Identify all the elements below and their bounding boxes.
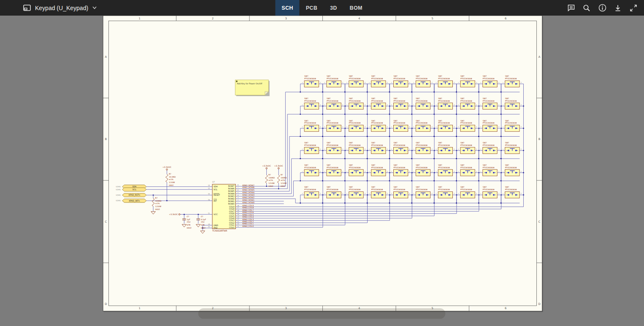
switch-contact <box>441 172 442 173</box>
tab-3d[interactable]: 3D <box>324 0 344 16</box>
toolbar-actions <box>566 0 639 16</box>
document-selector[interactable]: Keypad (U_Keypad) <box>0 5 97 11</box>
top-bar: Keypad (U_Keypad) SCHPCB3DBOM <box>0 0 644 16</box>
zone-column-label: 6 <box>505 17 506 20</box>
switch-pin-number: 1 <box>302 82 303 84</box>
junction-dot <box>411 92 412 93</box>
switch-contact <box>471 105 472 107</box>
switch-pin-number: 2 <box>521 171 522 172</box>
chevron-down-icon <box>92 6 97 9</box>
switch-part: PTS526SK08 <box>371 78 383 80</box>
switch-contact <box>508 105 509 107</box>
junction-dot <box>367 113 368 115</box>
switch-pin-number: 1 <box>458 126 459 128</box>
switch-contact <box>396 150 398 151</box>
switch-pin-number: 1 <box>391 171 392 172</box>
junction-dot <box>456 202 457 204</box>
switch-designator: SW? <box>327 120 331 122</box>
switch-contact <box>337 194 338 196</box>
switch-designator: SW? <box>416 75 420 77</box>
junction-dot <box>367 158 368 159</box>
switch-part: PTS526SK08 <box>371 144 383 146</box>
junction-dot <box>344 202 346 204</box>
switch-contact <box>449 105 450 107</box>
junction-dot <box>344 180 346 181</box>
junction-dot <box>367 92 368 93</box>
pin-name: SDA <box>214 186 218 188</box>
switch-pin-number: 2 <box>387 82 388 84</box>
switch-contact <box>493 105 494 107</box>
switch-pin-number: 2 <box>409 126 410 128</box>
switch-designator: SW? <box>371 142 376 144</box>
resistor-power: 1/10W <box>268 182 275 184</box>
port-xref: U[5B] <box>116 199 121 202</box>
switch-contact <box>396 83 398 84</box>
junction-dot <box>389 136 390 137</box>
switch-pin-number: 1 <box>414 104 414 106</box>
fullscreen-icon[interactable] <box>628 3 639 13</box>
switch-pin-number: 1 <box>458 104 459 106</box>
switch-designator: SW? <box>349 186 353 188</box>
download-icon[interactable] <box>612 3 623 13</box>
switch-contact <box>449 172 450 173</box>
switch-contact <box>493 150 494 151</box>
switch-pin-number: 2 <box>365 193 365 194</box>
port-xref: U[5B] <box>116 194 121 196</box>
tab-bom[interactable]: BOM <box>344 0 369 16</box>
tab-sch[interactable]: SCH <box>275 0 299 16</box>
switch-designator: SW? <box>304 75 308 77</box>
junction-dot <box>300 202 301 204</box>
switch-contact <box>374 172 375 173</box>
junction-dot <box>389 202 390 204</box>
zone-row-label: D <box>105 302 107 306</box>
info-icon[interactable] <box>597 3 608 13</box>
sticky-note[interactable]: Add Key for Power On/Off <box>235 80 269 96</box>
power-net-label: +3.3VDC <box>162 166 171 168</box>
schematic-sheet: 112233445566AABBCCDD <box>103 16 543 312</box>
switch-contact <box>307 128 308 129</box>
pin-name: SCL <box>214 189 217 191</box>
switch-pin-number: 2 <box>387 126 388 128</box>
junction-dot <box>478 136 479 137</box>
schematic-canvas[interactable]: 112233445566AABBCCDDAdd Key for Power On… <box>0 16 644 326</box>
switch-contact <box>419 172 420 173</box>
switch-pin-number: 1 <box>369 104 370 106</box>
pin-number: 1 <box>238 202 238 204</box>
switch-designator: SW? <box>416 120 420 122</box>
switch-contact <box>352 105 353 107</box>
junction-dot <box>367 136 368 137</box>
junction-dot <box>411 180 412 181</box>
switch-contact <box>404 150 405 151</box>
cap-voltage: 25V <box>187 221 191 223</box>
switch-part: PTS526SK08 <box>327 189 338 191</box>
switch-pin-number: 2 <box>476 171 477 172</box>
schematic-svg[interactable]: 112233445566AABBCCDDAdd Key for Power On… <box>0 16 644 326</box>
switch-contact <box>404 105 405 107</box>
switch-contact <box>307 83 308 84</box>
cap-designator: C? <box>201 216 203 218</box>
junction-dot <box>300 136 301 137</box>
switch-part: PTS526SK08 <box>304 167 316 169</box>
resistor-tolerance: ±1% <box>155 203 160 205</box>
switch-designator: SW? <box>438 142 442 144</box>
switch-contact <box>419 128 420 129</box>
switch-pin-number: 1 <box>436 126 436 128</box>
tab-pcb[interactable]: PCB <box>300 0 324 16</box>
switch-pin-number: 1 <box>346 126 347 128</box>
switch-designator: SW? <box>460 142 465 144</box>
switch-designator: SW? <box>505 186 509 188</box>
comments-icon[interactable] <box>566 3 576 13</box>
resistor-designator: R? <box>169 173 171 175</box>
switch-designator: SW? <box>438 97 442 100</box>
junction-dot <box>322 180 323 181</box>
junction-dot <box>478 180 479 181</box>
switch-part: PTS526SK08 <box>349 189 361 191</box>
switch-contact <box>330 105 331 107</box>
search-icon[interactable] <box>581 3 592 13</box>
resistor-size: 0402 <box>169 184 173 186</box>
switch-pin-number: 2 <box>387 171 388 172</box>
ic-tca8418[interactable]: U?TCA8418RTWR23SDA22SCL20RESET24INT21VCC… <box>208 181 254 232</box>
switch-part: PTS526SK08 <box>349 167 361 169</box>
switch-designator: SW? <box>327 97 331 100</box>
junction-dot <box>433 136 435 137</box>
